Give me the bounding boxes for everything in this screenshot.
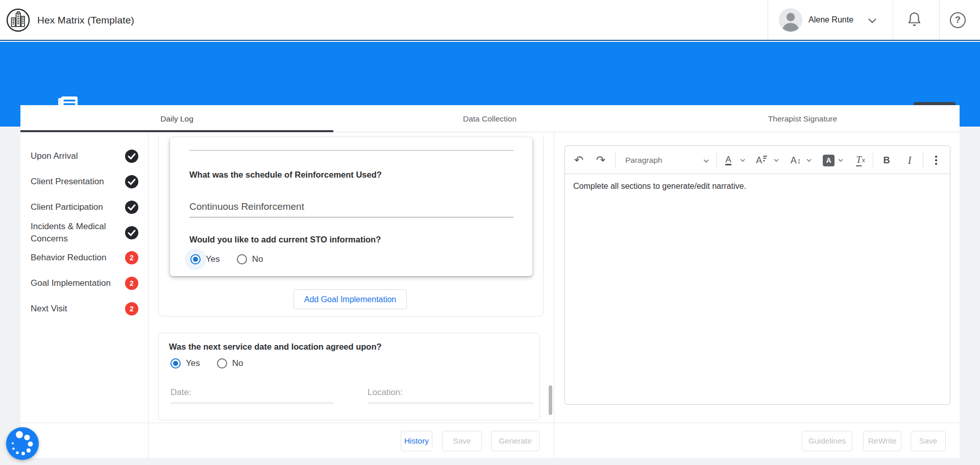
user-menu[interactable]: Alene Runte bbox=[773, 0, 888, 40]
bold-icon: B bbox=[884, 155, 890, 166]
screen: Hex Matrix (Template) Alene Runte bbox=[0, 0, 980, 465]
content-panel: Daily Log Data Collection Therapist Sign… bbox=[20, 105, 960, 458]
toolbar-divider bbox=[923, 152, 923, 168]
question-mark-icon: ? bbox=[950, 12, 966, 28]
topbar-divider bbox=[768, 0, 768, 40]
line-height-button[interactable]: A ↕ bbox=[787, 153, 804, 168]
next-visit-card: Was the next service date and location a… bbox=[158, 333, 540, 421]
bell-icon bbox=[907, 21, 922, 29]
radio-option-no[interactable]: No bbox=[217, 358, 243, 369]
reinforcement-schedule-input[interactable] bbox=[189, 201, 513, 217]
topbar-divider bbox=[939, 0, 940, 40]
toolbar-divider bbox=[716, 152, 717, 168]
editor-divider bbox=[554, 132, 554, 458]
font-color-button[interactable]: A bbox=[721, 153, 736, 168]
more-options-button[interactable] bbox=[928, 153, 944, 168]
chevron-down-icon bbox=[806, 159, 812, 162]
more-options-icon bbox=[935, 156, 937, 165]
line-height-icon: ↕ bbox=[797, 156, 801, 165]
sidebar-item-upon-arrival[interactable]: Upon Arrival bbox=[31, 150, 140, 165]
app-title: Hex Matrix (Template) bbox=[37, 0, 134, 41]
chat-widget-button[interactable] bbox=[6, 427, 39, 460]
sidebar-item-goal-implementation[interactable]: Goal Implementation 2 bbox=[31, 277, 140, 292]
sto-radio-group: Yes No bbox=[190, 252, 263, 267]
sidebar-item-incidents-medical[interactable]: Incidents & Medical Concerns bbox=[31, 221, 140, 245]
font-size-icon: A bbox=[756, 155, 762, 166]
question-reinforcement-schedule: What was the schedule of Reinforcement U… bbox=[189, 170, 382, 180]
line-height-dropdown[interactable] bbox=[805, 153, 813, 168]
radio-option-yes[interactable]: Yes bbox=[170, 358, 200, 369]
history-button[interactable]: History bbox=[401, 431, 432, 451]
save-form-button[interactable]: Save bbox=[442, 431, 482, 451]
sidebar-item-next-visit[interactable]: Next Visit 2 bbox=[31, 303, 140, 318]
topbar-divider bbox=[893, 0, 893, 40]
redo-button[interactable]: ↷ bbox=[594, 153, 608, 168]
paragraph-style-dropdown[interactable]: Paragraph bbox=[620, 153, 712, 168]
narrative-text-area[interactable]: Complete all sections to generate/edit n… bbox=[565, 174, 950, 405]
remove-format-icon: T bbox=[856, 154, 862, 166]
bold-button[interactable]: B bbox=[879, 153, 894, 168]
question-next-service: Was the next service date and location a… bbox=[169, 342, 382, 352]
sidebar-item-client-participation[interactable]: Client Participation bbox=[31, 201, 140, 216]
font-size-icon bbox=[763, 156, 767, 161]
font-size-button[interactable]: A bbox=[753, 153, 770, 168]
notifications-button[interactable] bbox=[905, 0, 923, 40]
redo-icon: ↷ bbox=[596, 154, 605, 167]
tab-bar: Daily Log Data Collection Therapist Sign… bbox=[20, 105, 960, 132]
undo-icon: ↶ bbox=[574, 154, 583, 167]
save-narrative-button[interactable]: Save bbox=[911, 431, 946, 451]
count-badge: 2 bbox=[125, 302, 138, 315]
sidebar-divider bbox=[148, 132, 149, 458]
radio-button[interactable] bbox=[190, 254, 201, 264]
radio-option-yes[interactable]: Yes bbox=[190, 254, 220, 264]
chevron-down-icon bbox=[740, 159, 745, 162]
field-divider bbox=[189, 150, 513, 151]
count-badge: 2 bbox=[125, 251, 138, 264]
toolbar-divider bbox=[615, 152, 616, 168]
scrollbar-thumb[interactable] bbox=[549, 385, 552, 415]
radio-button[interactable] bbox=[237, 254, 247, 264]
user-name: Alene Runte bbox=[808, 0, 853, 40]
count-badge: 2 bbox=[125, 277, 138, 290]
sto-card: What was the schedule of Reinforcement U… bbox=[170, 137, 532, 276]
sidebar-item-client-presentation[interactable]: Client Presentation bbox=[31, 176, 140, 191]
rewrite-button[interactable]: ReWrite bbox=[863, 431, 901, 451]
sidebar-item-behavior-reduction[interactable]: Behavior Reduction 2 bbox=[31, 252, 140, 267]
date-input[interactable] bbox=[170, 387, 334, 403]
font-size-dropdown[interactable] bbox=[772, 153, 780, 168]
add-goal-implementation-button[interactable]: Add Goal Implementation bbox=[293, 289, 407, 309]
italic-icon: I bbox=[908, 155, 912, 166]
chevron-down-icon bbox=[774, 159, 779, 162]
company-logo-icon bbox=[6, 8, 30, 32]
radio-button[interactable] bbox=[170, 358, 181, 369]
check-icon bbox=[125, 201, 138, 214]
narrative-editor: ↶ ↷ Paragraph A bbox=[565, 145, 950, 405]
help-button[interactable]: ? bbox=[950, 0, 967, 40]
toolbar-divider bbox=[873, 152, 873, 168]
generate-button[interactable]: Generate bbox=[491, 431, 540, 451]
italic-button[interactable]: I bbox=[902, 153, 917, 168]
check-icon bbox=[125, 226, 138, 239]
highlight-color-button[interactable]: A bbox=[822, 153, 836, 168]
radio-button[interactable] bbox=[217, 358, 227, 369]
top-app-bar: Hex Matrix (Template) Alene Runte bbox=[0, 0, 980, 41]
radio-option-no[interactable]: No bbox=[237, 254, 263, 264]
chevron-down-icon bbox=[868, 16, 877, 26]
line-height-icon: A bbox=[791, 155, 797, 166]
next-visit-radio-group: Yes No bbox=[170, 356, 243, 371]
tab-daily-log[interactable]: Daily Log bbox=[20, 105, 333, 132]
tab-data-collection[interactable]: Data Collection bbox=[333, 105, 646, 132]
active-tab-indicator bbox=[20, 130, 333, 132]
check-icon bbox=[125, 175, 138, 188]
tab-therapist-signature[interactable]: Therapist Signature bbox=[646, 105, 959, 132]
font-color-icon: A bbox=[725, 155, 731, 165]
footer-divider bbox=[20, 423, 960, 423]
font-color-dropdown[interactable] bbox=[739, 153, 747, 168]
undo-button[interactable]: ↶ bbox=[572, 153, 586, 168]
chevron-down-icon bbox=[838, 159, 843, 162]
remove-format-button[interactable]: Tx bbox=[852, 153, 869, 168]
guidelines-button[interactable]: Guidelines bbox=[802, 431, 852, 451]
highlight-color-dropdown[interactable] bbox=[837, 153, 845, 168]
question-sto-info: Would you like to add current STO inform… bbox=[189, 235, 381, 244]
location-input[interactable] bbox=[368, 387, 533, 403]
